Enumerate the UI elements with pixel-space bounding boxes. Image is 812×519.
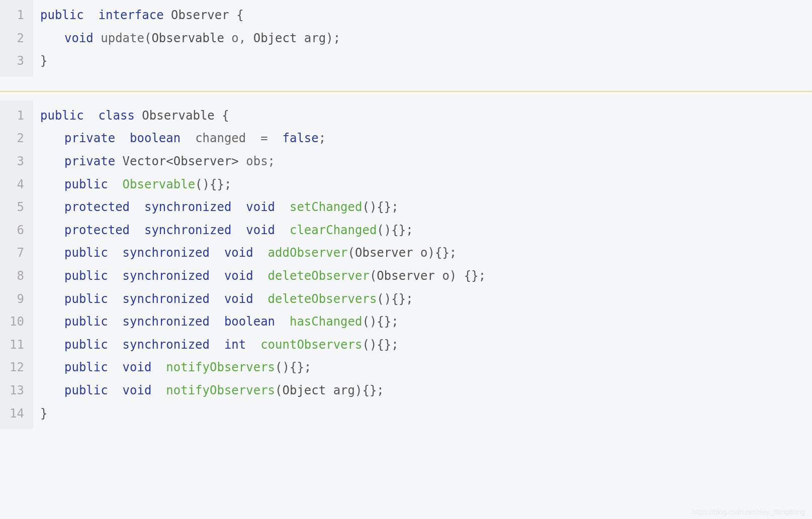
token-punc: ( (144, 31, 151, 45)
code-line: protected synchronized void setChanged()… (40, 196, 486, 219)
code-line: protected synchronized void clearChanged… (40, 219, 486, 242)
line-number: 14 (0, 402, 28, 426)
line-number-gutter: 123 (0, 0, 33, 77)
token-kw: public (64, 246, 108, 260)
token-kw: void (64, 31, 94, 45)
token-fn: setChanged (290, 200, 363, 214)
token-fn: deleteObserver (268, 269, 370, 283)
token-kw: synchronized (123, 315, 210, 329)
token-sp (253, 292, 268, 306)
token-sp (181, 131, 195, 145)
token-kw: void (224, 269, 253, 283)
code-line: public synchronized void deleteObservers… (40, 288, 486, 311)
token-kw: synchronized (144, 223, 231, 237)
token-sp (108, 246, 123, 260)
code-line: public synchronized boolean hasChanged()… (40, 310, 486, 334)
page-root: 123 public interface Observer {void upda… (0, 0, 812, 519)
token-kw: false (283, 131, 319, 145)
token-sp (253, 246, 268, 260)
token-kw: synchronized (123, 269, 210, 283)
code-block-observable: 1234567891011121314 public class Observa… (0, 100, 812, 429)
line-number: 9 (0, 288, 28, 311)
token-fn: deleteObservers (268, 292, 377, 306)
line-number: 6 (0, 219, 28, 242)
code-line: public Observable(){}; (40, 173, 486, 196)
token-punc: } (40, 54, 47, 68)
token-sp (275, 200, 290, 214)
token-kw: public (64, 360, 108, 374)
token-kw: public (64, 269, 108, 283)
token-kw: void (224, 292, 253, 306)
token-sp (108, 315, 123, 329)
token-sp (108, 360, 123, 374)
token-kw: void (224, 246, 253, 260)
token-ident: changed = (195, 131, 282, 145)
token-ident: o, (224, 31, 253, 45)
line-number: 2 (0, 127, 28, 150)
token-sp (210, 292, 224, 306)
line-number: 3 (0, 150, 28, 173)
token-sp (210, 338, 224, 352)
token-sp (253, 269, 268, 283)
token-punc: (){}; (195, 177, 231, 191)
token-sp (135, 109, 142, 123)
token-sp (130, 200, 144, 214)
token-kw: public (64, 292, 108, 306)
token-kw: boolean (224, 315, 275, 329)
token-ident: obs; (239, 154, 275, 168)
token-kw: protected (64, 200, 130, 214)
token-kw: public (64, 338, 108, 352)
token-sp (108, 383, 123, 397)
line-number: 5 (0, 196, 28, 219)
token-fn: clearChanged (290, 223, 377, 237)
token-fn: hasChanged (290, 315, 363, 329)
token-sp (108, 269, 123, 283)
code-block-observer: 123 public interface Observer {void upda… (0, 0, 812, 77)
token-punc: arg){}; (326, 383, 384, 397)
line-number: 12 (0, 356, 28, 379)
token-punc: ( (370, 269, 377, 283)
token-sp (151, 360, 166, 374)
token-sp (84, 109, 99, 123)
token-sp (210, 269, 224, 283)
token-type: Vector<Observer> (123, 154, 239, 168)
token-type: Object (253, 31, 297, 45)
line-number: 13 (0, 379, 28, 402)
token-kw: class (99, 109, 135, 123)
code-line: public synchronized void addObserver(Obs… (40, 242, 486, 265)
token-type: Observable (151, 31, 224, 45)
line-number: 8 (0, 265, 28, 288)
token-kw: interface (99, 8, 164, 22)
token-sp (164, 8, 171, 22)
token-kw: public (64, 315, 108, 329)
token-kw: void (246, 200, 275, 214)
line-number: 11 (0, 334, 28, 357)
line-number: 1 (0, 4, 28, 27)
token-sp (115, 131, 130, 145)
token-punc: arg); (297, 31, 340, 45)
code-line: public interface Observer { (40, 4, 340, 27)
line-number: 10 (0, 310, 28, 334)
line-number: 1 (0, 105, 28, 128)
token-punc: { (229, 8, 244, 22)
token-kw: synchronized (123, 292, 210, 306)
code-line: private Vector<Observer> obs; (40, 150, 486, 173)
watermark-text: https://blog.csdn.net/Hey_BlingBling (692, 508, 805, 516)
token-sp (84, 8, 99, 22)
token-punc: (){}; (362, 338, 398, 352)
token-kw: int (224, 338, 246, 352)
line-number-gutter: 1234567891011121314 (0, 100, 33, 429)
token-sp (231, 200, 246, 214)
token-kw: boolean (130, 131, 181, 145)
token-punc: (){}; (377, 223, 413, 237)
token-sp (246, 338, 260, 352)
token-fn: Observable (123, 177, 196, 191)
code-line: public void notifyObservers(Object arg){… (40, 379, 486, 402)
token-sp (108, 177, 123, 191)
code-line: public synchronized void deleteObserver(… (40, 265, 486, 288)
token-kw: synchronized (123, 338, 210, 352)
token-kw: public (40, 8, 84, 22)
token-punc: ( (348, 246, 355, 260)
token-punc: (){}; (275, 360, 311, 374)
token-sp (108, 338, 123, 352)
